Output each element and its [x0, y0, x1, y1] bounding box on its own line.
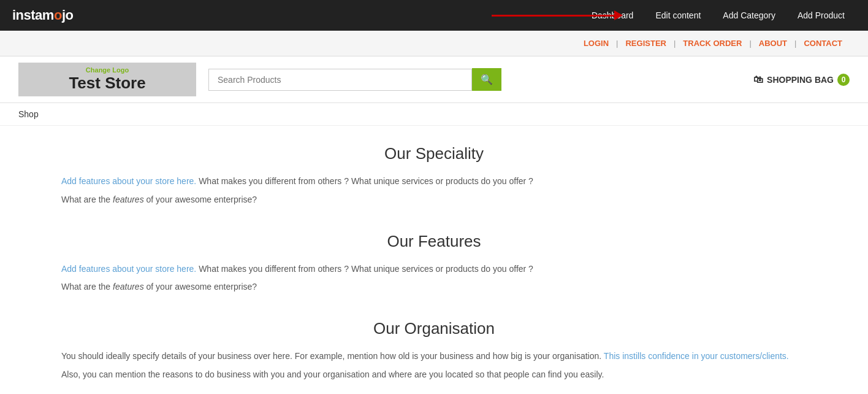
organisation-link-1[interactable]: This instills confidence in your custome… — [604, 351, 789, 361]
cart-area[interactable]: 🛍 SHOPPING BAG 0 — [753, 74, 850, 86]
features-section: Our Features Add features about your sto… — [61, 232, 807, 295]
features-em: features — [113, 282, 144, 292]
about-link[interactable]: ABOUT — [752, 39, 794, 48]
organisation-section: Our Organisation You should ideally spec… — [61, 319, 807, 382]
speciality-text-1: Add features about your store here. What… — [61, 174, 807, 189]
register-link[interactable]: REGISTER — [618, 39, 673, 48]
add-category-button[interactable]: Add Category — [712, 0, 786, 31]
features-title: Our Features — [61, 232, 807, 251]
speciality-title: Our Speciality — [61, 144, 807, 163]
instamojo-logo: instamojo — [12, 7, 73, 23]
admin-bar: instamojo Dashboard Edit content Add Cat… — [0, 0, 868, 31]
cart-label: SHOPPING BAG — [767, 75, 834, 85]
breadcrumb: Shop — [0, 103, 868, 126]
search-button[interactable]: 🔍 — [472, 68, 501, 91]
features-text-1: Add features about your store here. What… — [61, 262, 807, 277]
organisation-text-1: You should ideally specify details of yo… — [61, 349, 807, 364]
add-product-button[interactable]: Add Product — [786, 0, 856, 31]
secondary-nav: LOGIN | REGISTER | TRACK ORDER | ABOUT |… — [0, 31, 868, 56]
speciality-text-2: What are the features of your awesome en… — [61, 193, 807, 207]
login-link[interactable]: LOGIN — [576, 39, 616, 48]
change-logo-label: Change Logo — [86, 66, 129, 74]
features-link-1[interactable]: Add features about your store here. — [61, 264, 196, 274]
cart-count: 0 — [837, 74, 850, 86]
search-icon: 🔍 — [481, 74, 493, 85]
speciality-link-1[interactable]: Add features about your store here. — [61, 176, 196, 186]
admin-bar-right: Dashboard Edit content Add Category Add … — [581, 0, 856, 31]
track-order-link[interactable]: TRACK ORDER — [676, 39, 749, 48]
organisation-text-2: Also, you can mention the reasons to do … — [61, 368, 807, 382]
main-content: Our Speciality Add features about your s… — [0, 126, 868, 394]
arrow-line — [492, 15, 614, 17]
contact-link[interactable]: CONTACT — [796, 39, 850, 48]
organisation-title: Our Organisation — [61, 319, 807, 338]
shop-breadcrumb-link[interactable]: Shop — [18, 109, 39, 119]
red-arrow-annotation — [492, 10, 623, 20]
edit-content-button[interactable]: Edit content — [644, 0, 712, 31]
store-header: Change Logo Test Store 🔍 🛍 SHOPPING BAG … — [0, 56, 868, 103]
search-input[interactable] — [208, 69, 472, 91]
store-logo-area[interactable]: Change Logo Test Store — [18, 63, 196, 96]
logo-highlight: o — [54, 7, 62, 23]
shopping-bag-icon: 🛍 — [753, 74, 763, 85]
arrow-head — [614, 10, 623, 20]
store-name: Test Store — [69, 74, 145, 93]
search-area: 🔍 — [208, 68, 741, 91]
speciality-em: features — [113, 195, 144, 204]
features-text-2: What are the features of your awesome en… — [61, 280, 807, 295]
admin-bar-left: instamojo — [12, 7, 73, 23]
speciality-section: Our Speciality Add features about your s… — [61, 144, 807, 207]
